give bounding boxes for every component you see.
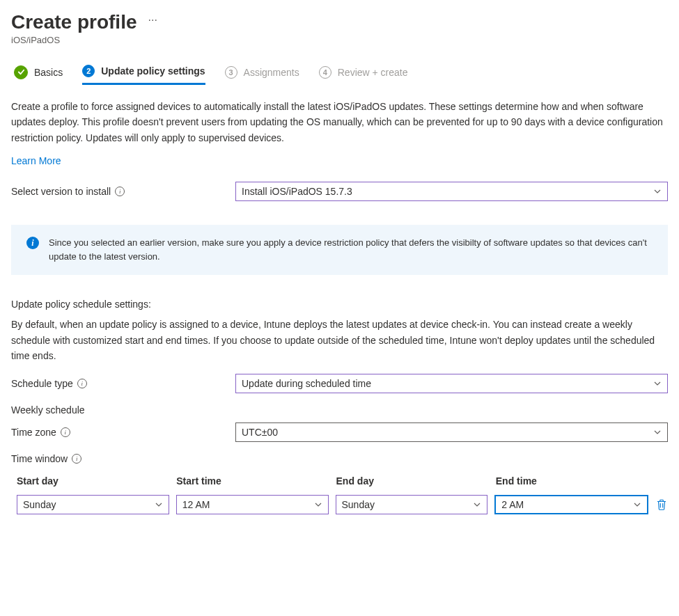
time-window-table: Start day Start time End day End time Su… <box>11 475 668 514</box>
info-banner: i Since you selected an earlier version,… <box>11 225 668 275</box>
info-icon: i <box>26 237 39 249</box>
chevron-down-icon <box>155 500 163 509</box>
start-day-select[interactable]: Sunday <box>17 495 169 514</box>
step-number-icon: 2 <box>82 65 95 77</box>
description-text: Create a profile to force assigned devic… <box>11 99 668 145</box>
schedule-type-select[interactable]: Update during scheduled time <box>235 374 668 393</box>
chevron-down-icon <box>653 379 662 388</box>
col-header-end-time: End time <box>496 475 648 487</box>
chevron-down-icon <box>314 500 322 509</box>
timezone-label: Time zone <box>11 427 56 438</box>
page-subtitle: iOS/iPadOS <box>11 35 668 45</box>
timezone-select[interactable]: UTC±00 <box>235 422 668 442</box>
version-select[interactable]: Install iOS/iPadOS 15.7.3 <box>235 182 668 201</box>
delete-row-icon[interactable] <box>655 498 668 511</box>
time-window-label: Time window <box>11 453 68 464</box>
chevron-down-icon <box>633 500 641 509</box>
chevron-down-icon <box>473 500 481 509</box>
tab-label: Assignments <box>244 67 299 78</box>
chevron-down-icon <box>653 187 662 196</box>
info-icon[interactable]: i <box>72 454 81 464</box>
col-header-start-time: Start time <box>176 475 329 487</box>
learn-more-link[interactable]: Learn More <box>11 155 61 166</box>
tab-label: Review + create <box>338 67 408 78</box>
chevron-down-icon <box>653 428 662 436</box>
version-select-label: Select version to install <box>11 186 111 197</box>
tab-assignments[interactable]: 3 Assignments <box>225 65 299 85</box>
page-title: Create profile <box>11 11 137 33</box>
step-number-icon: 4 <box>319 66 331 79</box>
step-number-icon: 3 <box>225 66 237 79</box>
col-header-start-day: Start day <box>17 475 169 487</box>
select-value: 2 AM <box>501 499 524 510</box>
select-value: UTC±00 <box>242 427 278 438</box>
end-day-select[interactable]: Sunday <box>336 495 488 514</box>
info-banner-text: Since you selected an earlier version, m… <box>49 236 653 264</box>
select-value: Install iOS/iPadOS 15.7.3 <box>242 186 352 197</box>
col-header-end-day: End day <box>336 475 489 487</box>
start-time-select[interactable]: 12 AM <box>176 495 329 514</box>
more-actions-icon[interactable]: ··· <box>148 14 157 31</box>
select-value: 12 AM <box>182 499 210 510</box>
select-value: Sunday <box>342 499 375 510</box>
select-value: Sunday <box>23 499 56 510</box>
schedule-settings-heading: Update policy schedule settings: <box>11 299 668 310</box>
info-icon[interactable]: i <box>61 427 70 437</box>
checkmark-icon <box>14 65 28 79</box>
wizard-tabs: Basics 2 Update policy settings 3 Assign… <box>11 65 668 85</box>
tab-basics[interactable]: Basics <box>14 65 63 85</box>
tab-review-create[interactable]: 4 Review + create <box>319 65 408 85</box>
select-value: Update during scheduled time <box>242 378 371 389</box>
info-icon[interactable]: i <box>115 187 125 196</box>
tab-update-policy-settings[interactable]: 2 Update policy settings <box>82 65 205 85</box>
schedule-description-text: By default, when an update policy is ass… <box>11 317 668 363</box>
info-icon[interactable]: i <box>77 379 87 388</box>
tab-label: Update policy settings <box>101 65 205 77</box>
table-row: Sunday 12 AM Sunday 2 AM <box>11 495 668 514</box>
schedule-type-label: Schedule type <box>11 378 73 389</box>
end-time-select[interactable]: 2 AM <box>494 495 648 514</box>
tab-label: Basics <box>34 67 63 78</box>
weekly-schedule-heading: Weekly schedule <box>11 404 668 416</box>
